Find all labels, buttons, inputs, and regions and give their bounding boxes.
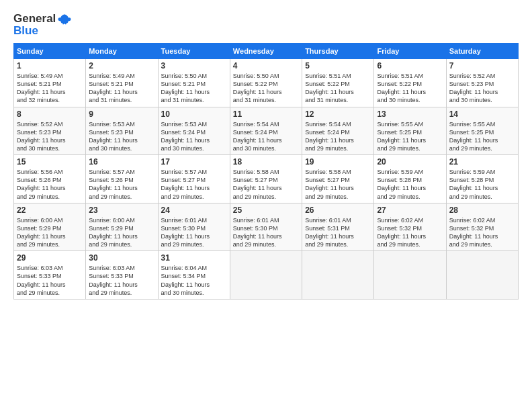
calendar-week-row: 8Sunrise: 5:52 AM Sunset: 5:23 PM Daylig… [14, 107, 519, 155]
logo-general-label: General [13, 12, 56, 26]
calendar-cell: 8Sunrise: 5:52 AM Sunset: 5:23 PM Daylig… [14, 107, 86, 155]
calendar-cell: 1Sunrise: 5:49 AM Sunset: 5:21 PM Daylig… [14, 59, 86, 107]
day-header: Sunday [14, 44, 86, 59]
day-number: 21 [449, 157, 515, 167]
day-info: Sunrise: 5:56 AM Sunset: 5:26 PM Dayligh… [17, 168, 83, 201]
calendar-cell: 27Sunrise: 6:02 AM Sunset: 5:32 PM Dayli… [374, 203, 446, 251]
day-number: 20 [377, 157, 443, 167]
calendar-header-row: SundayMondayTuesdayWednesdayThursdayFrid… [14, 44, 519, 59]
day-info: Sunrise: 6:02 AM Sunset: 5:32 PM Dayligh… [449, 216, 515, 249]
day-number: 9 [89, 109, 154, 119]
day-info: Sunrise: 5:49 AM Sunset: 5:21 PM Dayligh… [17, 72, 83, 105]
day-info: Sunrise: 5:53 AM Sunset: 5:24 PM Dayligh… [161, 120, 227, 153]
day-info: Sunrise: 6:01 AM Sunset: 5:30 PM Dayligh… [161, 216, 227, 249]
day-number: 8 [17, 109, 83, 119]
day-info: Sunrise: 6:04 AM Sunset: 5:34 PM Dayligh… [161, 264, 227, 297]
day-number: 14 [449, 109, 515, 119]
day-number: 26 [305, 205, 371, 215]
day-info: Sunrise: 6:00 AM Sunset: 5:29 PM Dayligh… [17, 216, 83, 249]
calendar-cell: 20Sunrise: 5:59 AM Sunset: 5:28 PM Dayli… [374, 155, 446, 203]
calendar-cell: 22Sunrise: 6:00 AM Sunset: 5:29 PM Dayli… [14, 203, 86, 251]
calendar-cell: 15Sunrise: 5:56 AM Sunset: 5:26 PM Dayli… [14, 155, 86, 203]
calendar-cell: 14Sunrise: 5:55 AM Sunset: 5:25 PM Dayli… [446, 107, 518, 155]
day-info: Sunrise: 5:54 AM Sunset: 5:24 PM Dayligh… [305, 120, 371, 153]
day-number: 29 [17, 253, 83, 263]
day-number: 2 [89, 61, 154, 71]
day-number: 17 [161, 157, 227, 167]
day-number: 27 [377, 205, 443, 215]
day-info: Sunrise: 6:03 AM Sunset: 5:33 PM Dayligh… [17, 264, 83, 297]
calendar-week-row: 22Sunrise: 6:00 AM Sunset: 5:29 PM Dayli… [14, 203, 519, 251]
day-number: 30 [89, 253, 154, 263]
day-info: Sunrise: 6:00 AM Sunset: 5:29 PM Dayligh… [89, 216, 154, 249]
calendar-cell: 9Sunrise: 5:53 AM Sunset: 5:23 PM Daylig… [86, 107, 158, 155]
calendar-cell [446, 251, 518, 300]
logo-bird-icon [57, 13, 72, 25]
calendar-cell: 16Sunrise: 5:57 AM Sunset: 5:26 PM Dayli… [86, 155, 158, 203]
calendar-cell [302, 251, 374, 300]
calendar-cell: 25Sunrise: 6:01 AM Sunset: 5:30 PM Dayli… [230, 203, 302, 251]
day-info: Sunrise: 5:55 AM Sunset: 5:25 PM Dayligh… [377, 120, 443, 153]
day-number: 25 [233, 205, 299, 215]
day-info: Sunrise: 6:01 AM Sunset: 5:30 PM Dayligh… [233, 216, 299, 249]
day-number: 11 [233, 109, 299, 119]
calendar-cell: 13Sunrise: 5:55 AM Sunset: 5:25 PM Dayli… [374, 107, 446, 155]
day-number: 16 [89, 157, 154, 167]
day-info: Sunrise: 5:53 AM Sunset: 5:23 PM Dayligh… [89, 120, 154, 153]
day-number: 3 [161, 61, 227, 71]
calendar-week-row: 29Sunrise: 6:03 AM Sunset: 5:33 PM Dayli… [14, 251, 519, 300]
day-info: Sunrise: 5:57 AM Sunset: 5:27 PM Dayligh… [161, 168, 227, 201]
day-info: Sunrise: 6:01 AM Sunset: 5:31 PM Dayligh… [305, 216, 371, 249]
day-number: 18 [233, 157, 299, 167]
day-info: Sunrise: 6:03 AM Sunset: 5:33 PM Dayligh… [89, 264, 154, 297]
calendar-cell: 2Sunrise: 5:49 AM Sunset: 5:21 PM Daylig… [86, 59, 158, 107]
day-number: 31 [161, 253, 227, 263]
day-info: Sunrise: 5:54 AM Sunset: 5:24 PM Dayligh… [233, 120, 299, 153]
day-info: Sunrise: 5:57 AM Sunset: 5:26 PM Dayligh… [89, 168, 154, 201]
calendar-cell: 7Sunrise: 5:52 AM Sunset: 5:23 PM Daylig… [446, 59, 518, 107]
day-header: Thursday [302, 44, 374, 59]
calendar-cell: 6Sunrise: 5:51 AM Sunset: 5:22 PM Daylig… [374, 59, 446, 107]
day-number: 7 [449, 61, 515, 71]
calendar-cell: 18Sunrise: 5:58 AM Sunset: 5:27 PM Dayli… [230, 155, 302, 203]
day-number: 12 [305, 109, 371, 119]
calendar-cell: 31Sunrise: 6:04 AM Sunset: 5:34 PM Dayli… [158, 251, 230, 300]
day-info: Sunrise: 5:55 AM Sunset: 5:25 PM Dayligh… [449, 120, 515, 153]
calendar-cell: 5Sunrise: 5:51 AM Sunset: 5:22 PM Daylig… [302, 59, 374, 107]
day-number: 6 [377, 61, 443, 71]
day-info: Sunrise: 5:49 AM Sunset: 5:21 PM Dayligh… [89, 72, 154, 105]
day-info: Sunrise: 5:50 AM Sunset: 5:22 PM Dayligh… [233, 72, 299, 105]
calendar-week-row: 1Sunrise: 5:49 AM Sunset: 5:21 PM Daylig… [14, 59, 519, 107]
day-header: Friday [374, 44, 446, 59]
calendar-table: SundayMondayTuesdayWednesdayThursdayFrid… [13, 43, 519, 300]
calendar-cell: 4Sunrise: 5:50 AM Sunset: 5:22 PM Daylig… [230, 59, 302, 107]
day-number: 13 [377, 109, 443, 119]
day-number: 23 [89, 205, 154, 215]
day-header: Wednesday [230, 44, 302, 59]
day-info: Sunrise: 5:50 AM Sunset: 5:21 PM Dayligh… [161, 72, 227, 105]
calendar-cell: 29Sunrise: 6:03 AM Sunset: 5:33 PM Dayli… [14, 251, 86, 300]
day-info: Sunrise: 5:52 AM Sunset: 5:23 PM Dayligh… [449, 72, 515, 105]
day-info: Sunrise: 5:52 AM Sunset: 5:23 PM Dayligh… [17, 120, 83, 153]
calendar-cell: 19Sunrise: 5:58 AM Sunset: 5:27 PM Dayli… [302, 155, 374, 203]
day-header: Saturday [446, 44, 518, 59]
day-header: Tuesday [158, 44, 230, 59]
logo-blue-label: Blue [13, 24, 38, 38]
day-number: 1 [17, 61, 83, 71]
calendar-cell: 21Sunrise: 5:59 AM Sunset: 5:28 PM Dayli… [446, 155, 518, 203]
day-info: Sunrise: 5:51 AM Sunset: 5:22 PM Dayligh… [377, 72, 443, 105]
day-info: Sunrise: 5:58 AM Sunset: 5:27 PM Dayligh… [305, 168, 371, 201]
page-header: General Blue [13, 12, 519, 38]
calendar-cell: 12Sunrise: 5:54 AM Sunset: 5:24 PM Dayli… [302, 107, 374, 155]
calendar-cell: 24Sunrise: 6:01 AM Sunset: 5:30 PM Dayli… [158, 203, 230, 251]
calendar-week-row: 15Sunrise: 5:56 AM Sunset: 5:26 PM Dayli… [14, 155, 519, 203]
logo: General Blue [13, 12, 72, 38]
calendar-cell: 10Sunrise: 5:53 AM Sunset: 5:24 PM Dayli… [158, 107, 230, 155]
day-info: Sunrise: 5:59 AM Sunset: 5:28 PM Dayligh… [449, 168, 515, 201]
calendar-cell: 17Sunrise: 5:57 AM Sunset: 5:27 PM Dayli… [158, 155, 230, 203]
calendar-cell: 23Sunrise: 6:00 AM Sunset: 5:29 PM Dayli… [86, 203, 158, 251]
day-number: 28 [449, 205, 515, 215]
day-number: 15 [17, 157, 83, 167]
calendar-cell: 11Sunrise: 5:54 AM Sunset: 5:24 PM Dayli… [230, 107, 302, 155]
day-info: Sunrise: 5:58 AM Sunset: 5:27 PM Dayligh… [233, 168, 299, 201]
